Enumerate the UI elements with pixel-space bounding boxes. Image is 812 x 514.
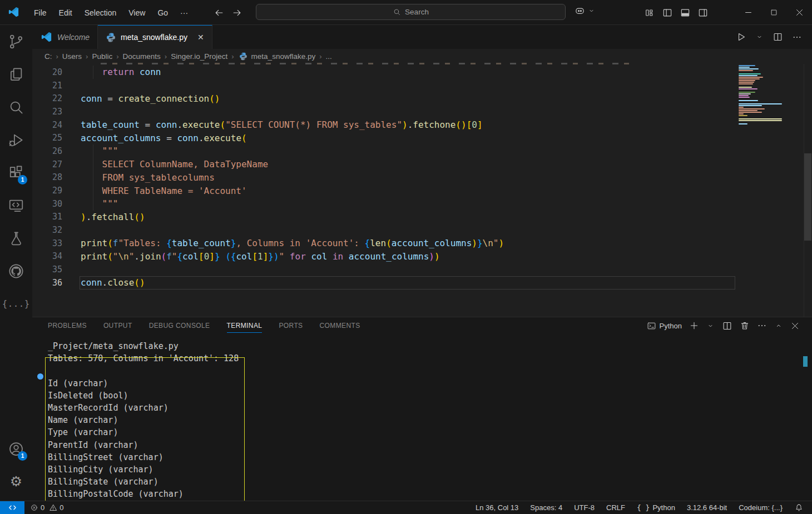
activity-accounts-icon[interactable]: 1 [0, 432, 32, 465]
line-number: 29 [32, 186, 62, 196]
breadcrumb-item[interactable]: Singer.io_Project [171, 52, 227, 61]
breadcrumb-separator: › [165, 52, 167, 61]
activity-codeium-icon[interactable]: {...} [0, 287, 32, 320]
editor-tab-strip: Welcomemeta_snowflake.py✕ [32, 25, 812, 49]
activity-github-icon[interactable] [0, 254, 32, 287]
status-spaces-4[interactable]: Spaces: 4 [530, 503, 562, 512]
panel-tab-problems[interactable]: PROBLEMS [48, 318, 87, 333]
breadcrumb-item[interactable]: C: [44, 52, 52, 61]
menu-go[interactable]: Go [151, 6, 174, 20]
customize-layout-icon[interactable] [644, 7, 655, 18]
kill-terminal-trash-icon[interactable] [740, 321, 750, 331]
editor-scrollbar[interactable] [804, 64, 812, 317]
remote-indicator[interactable] [0, 501, 24, 514]
status-label: 3.12.6 64-bit [687, 503, 727, 512]
panel-tab-output[interactable]: OUTPUT [103, 318, 132, 333]
vscode-logo-icon [7, 6, 20, 18]
tab-meta-snowflake-py[interactable]: meta_snowflake.py✕ [98, 25, 212, 49]
menu-[interactable]: ··· [174, 6, 194, 20]
new-terminal-icon[interactable] [689, 321, 699, 331]
panel-tab-terminal[interactable]: TERMINAL [227, 318, 263, 333]
activity-testing-icon[interactable] [0, 222, 32, 254]
terminal-view[interactable]: _Project/meta_snowflake.pyTables: 570, C… [32, 334, 812, 501]
status-label: CRLF [606, 503, 625, 512]
activity-source-control-icon[interactable] [0, 25, 32, 58]
toggle-primary-sidebar-icon[interactable] [662, 7, 673, 18]
activity-bar-items: 1{...} [0, 25, 32, 320]
code-editor[interactable]: 20 return conn2122conn = create_connecti… [32, 64, 812, 317]
activity-remote-explorer-icon[interactable] [0, 189, 32, 222]
editor-more-actions-icon[interactable] [792, 32, 802, 42]
line-content: print("\n".join(f"{col[0]} ({col[1]})" f… [81, 251, 440, 262]
python-icon [239, 52, 247, 61]
close-button[interactable] [786, 0, 812, 25]
maximize-panel-chevron-icon[interactable] [774, 321, 783, 330]
split-terminal-icon[interactable] [722, 321, 732, 331]
copilot-icon [574, 5, 586, 17]
run-dropdown-chevron-icon[interactable] [755, 33, 764, 41]
problems-summary[interactable]: 0 0 [24, 503, 69, 512]
terminal-dropdown-chevron-icon[interactable] [706, 322, 715, 330]
line-number: 33 [32, 238, 62, 248]
line-content: """ [81, 146, 118, 156]
activity-run-debug-icon[interactable] [0, 123, 32, 156]
breadcrumb-label: C: [44, 52, 52, 61]
close-tab-icon[interactable]: ✕ [197, 33, 204, 42]
copilot-menu[interactable] [574, 5, 596, 17]
status-utf-8[interactable]: UTF-8 [574, 503, 595, 512]
status-bar: 0 0 Ln 36, Col 13Spaces: 4UTF-8CRLF{ }Py… [0, 501, 812, 514]
status-codeium-[interactable]: Codeium: {...} [739, 503, 783, 512]
menu-view[interactable]: View [122, 6, 151, 20]
breadcrumb-label: Users [62, 52, 82, 61]
breadcrumb-separator: › [319, 52, 321, 61]
breadcrumb-separator: › [56, 52, 58, 61]
panel-more-actions-icon[interactable] [757, 321, 767, 331]
activity-extensions-icon[interactable]: 1 [0, 156, 32, 189]
run-python-file-icon[interactable] [736, 32, 746, 42]
code-line-36: 36conn.close() [32, 276, 812, 290]
activity-explorer-icon[interactable] [0, 58, 32, 91]
status-crlf[interactable]: CRLF [606, 503, 625, 512]
minimap[interactable] [739, 65, 784, 125]
panel-tab-debug-console[interactable]: DEBUG CONSOLE [149, 318, 210, 333]
status-bar-right: Ln 36, Col 13Spaces: 4UTF-8CRLF{ }Python… [476, 503, 812, 512]
menu-selection[interactable]: Selection [78, 6, 123, 20]
line-number: 23 [32, 107, 62, 117]
panel-tab-comments[interactable]: COMMENTS [320, 318, 360, 333]
braces-icon: { } [637, 503, 650, 512]
line-content: """ [81, 198, 118, 209]
minimize-button[interactable] [735, 0, 761, 25]
editor-scrollbar-thumb[interactable] [804, 153, 811, 241]
toggle-secondary-sidebar-icon[interactable] [697, 7, 709, 18]
command-search-box[interactable]: Search [256, 4, 566, 20]
menu-edit[interactable]: Edit [53, 6, 78, 20]
terminal-line: BillingCity (varchar) [32, 465, 812, 477]
maximize-button[interactable] [761, 0, 786, 25]
bell-icon[interactable] [794, 503, 804, 512]
activity-search-icon[interactable] [0, 91, 32, 123]
history-navigation [214, 0, 242, 25]
close-panel-icon[interactable] [790, 321, 800, 331]
activity-settings-icon[interactable]: ⚙ [0, 465, 32, 498]
breadcrumb-label: meta_snowflake.py [251, 52, 316, 61]
window-controls [735, 0, 812, 25]
breadcrumb-item[interactable]: Public [92, 52, 112, 61]
status-3-12-6-64-bit[interactable]: 3.12.6 64-bit [687, 503, 727, 512]
split-editor-icon[interactable] [773, 32, 783, 42]
activity-bar: 1{...} 1⚙ [0, 25, 32, 501]
terminal-output: _Project/meta_snowflake.pyTables: 570, C… [32, 334, 812, 501]
panel-tab-ports[interactable]: PORTS [279, 318, 303, 333]
status-ln-36-col-13[interactable]: Ln 36, Col 13 [476, 503, 518, 512]
back-arrow-icon[interactable] [214, 7, 225, 18]
breadcrumb-item[interactable]: Documents [123, 52, 161, 61]
breadcrumb-item[interactable]: meta_snowflake.py [238, 51, 316, 62]
status-python[interactable]: { }Python [637, 503, 675, 512]
breadcrumb-item[interactable]: ... [326, 52, 332, 61]
forward-arrow-icon[interactable] [231, 7, 242, 18]
menu-file[interactable]: File [28, 6, 53, 20]
breadcrumb-item[interactable]: Users [62, 52, 82, 61]
bottom-panel: PROBLEMSOUTPUTDEBUG CONSOLETERMINALPORTS… [32, 317, 812, 501]
terminal-profile[interactable]: Python [647, 321, 682, 331]
tab-welcome[interactable]: Welcome [32, 25, 98, 49]
toggle-panel-icon[interactable] [680, 7, 691, 18]
